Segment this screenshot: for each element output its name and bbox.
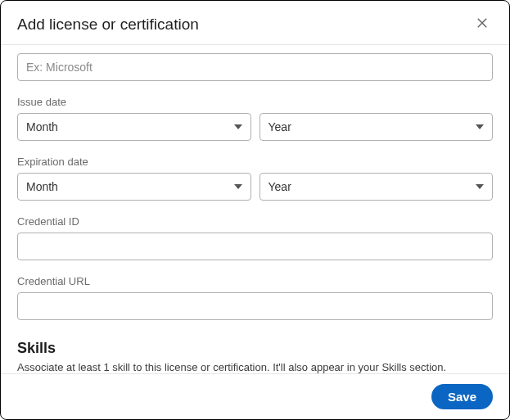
add-license-modal: Add license or certification Issue date … bbox=[0, 0, 510, 420]
caret-down-icon bbox=[234, 124, 242, 129]
issue-year-value: Year bbox=[269, 120, 291, 133]
expiration-date-label: Expiration date bbox=[17, 156, 493, 168]
caret-down-icon bbox=[234, 184, 242, 189]
save-button[interactable]: Save bbox=[431, 384, 493, 409]
expiration-month-value: Month bbox=[26, 180, 58, 193]
issue-month-select[interactable]: Month bbox=[17, 113, 251, 141]
credential-url-input[interactable] bbox=[17, 292, 493, 320]
issue-year-select[interactable]: Year bbox=[260, 113, 494, 141]
expiration-date-row: Month Year bbox=[17, 173, 493, 201]
modal-body: Issue date Month Year Expiration date Mo… bbox=[1, 45, 509, 373]
issue-month-value: Month bbox=[26, 120, 58, 133]
credential-id-label: Credential ID bbox=[17, 215, 493, 228]
expiration-month-select[interactable]: Month bbox=[17, 173, 251, 201]
close-icon bbox=[475, 16, 490, 33]
caret-down-icon bbox=[476, 124, 484, 129]
credential-url-label: Credential URL bbox=[17, 275, 493, 287]
credential-id-input[interactable] bbox=[17, 233, 493, 260]
issue-date-row: Month Year bbox=[17, 113, 493, 141]
issue-date-label: Issue date bbox=[17, 96, 493, 108]
skills-section-title: Skills bbox=[17, 340, 493, 357]
skills-section-description: Associate at least 1 skill to this licen… bbox=[17, 360, 493, 373]
caret-down-icon bbox=[476, 184, 484, 189]
expiration-year-value: Year bbox=[269, 180, 291, 193]
modal-title: Add license or certification bbox=[17, 16, 199, 34]
issuing-org-field bbox=[17, 53, 493, 81]
close-button[interactable] bbox=[472, 12, 493, 36]
issuing-org-input[interactable] bbox=[17, 53, 493, 81]
modal-footer: Save bbox=[1, 373, 509, 419]
expiration-year-select[interactable]: Year bbox=[260, 173, 494, 201]
modal-header: Add license or certification bbox=[1, 1, 509, 45]
